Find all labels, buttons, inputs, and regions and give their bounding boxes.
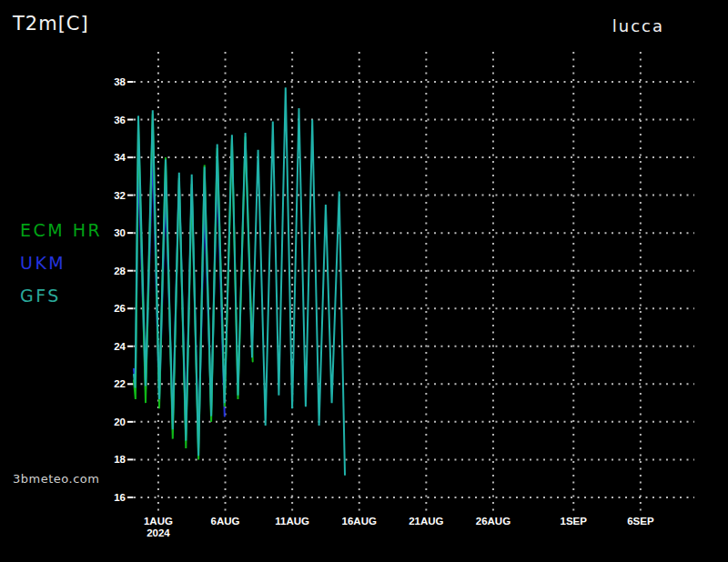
model-legend: ECM HR UKM GFS xyxy=(20,220,102,306)
page-title: T2m[C] xyxy=(13,13,89,35)
x-tick-label: 16AUG xyxy=(342,516,377,527)
meteogram-page: T2m[C] lucca ECM HR UKM GFS 161820222426… xyxy=(0,0,728,562)
x-tick-label: 11AUG xyxy=(275,516,309,527)
legend-item-ecm-hr: ECM HR xyxy=(20,220,102,240)
y-tick-label: 34 xyxy=(114,152,126,163)
x-tick-label: 1SEP xyxy=(561,516,588,527)
y-tick-label: 26 xyxy=(114,303,126,314)
x-tick-label: 21AUG xyxy=(409,516,443,527)
y-tick-label: 32 xyxy=(114,190,126,201)
x-tick-sublabel: 2024 xyxy=(147,527,170,538)
y-tick-label: 20 xyxy=(114,416,126,427)
y-tick-label: 30 xyxy=(114,227,126,238)
y-tick-label: 28 xyxy=(114,266,126,276)
watermark: 3bmeteo.com xyxy=(13,472,99,486)
x-tick-label: 6AUG xyxy=(211,516,240,527)
y-grid-and-labels: 161820222426283032343638 xyxy=(114,76,694,503)
legend-item-gfs: GFS xyxy=(20,286,102,306)
y-tick-label: 16 xyxy=(114,492,126,503)
x-tick-label: 26AUG xyxy=(476,516,511,527)
legend-item-ukm: UKM xyxy=(20,253,102,273)
x-tick-label: 1AUG xyxy=(144,516,173,527)
location-label: lucca xyxy=(612,16,664,35)
y-tick-label: 38 xyxy=(114,76,126,87)
y-tick-label: 36 xyxy=(114,115,126,125)
y-tick-label: 18 xyxy=(114,454,126,465)
x-tick-label: 6SEP xyxy=(627,516,654,527)
y-tick-label: 22 xyxy=(114,378,126,389)
y-tick-label: 24 xyxy=(114,341,126,352)
temperature-chart: 1618202224262830323436381AUG20246AUG11AU… xyxy=(0,0,728,562)
series-line-gfs xyxy=(134,87,345,475)
